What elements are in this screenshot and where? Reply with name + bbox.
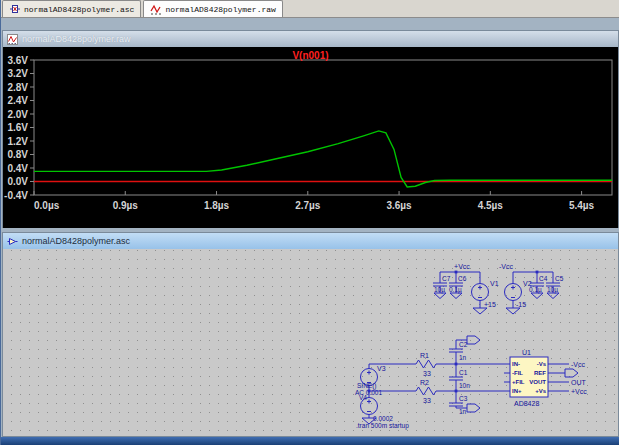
port-flag-icon[interactable] — [467, 404, 480, 412]
waveform-window-title: normalAD8428polymer.raw — [22, 34, 131, 44]
y-tick-label: 0.4V — [7, 163, 28, 174]
component-name: C2 — [459, 341, 468, 348]
trace-legend-label[interactable]: V(n001) — [3, 50, 618, 61]
window-bottom-bar — [1, 437, 619, 445]
schematic-window-titlebar[interactable]: normalAD8428polymer.asc — [3, 233, 618, 249]
component-value: 33 — [423, 370, 431, 377]
net-label-vcc-negative[interactable]: -Vcc — [499, 263, 514, 270]
schematic-canvas[interactable]: +Vcc -Vcc V1 +15 — [3, 249, 618, 436]
schematic-svg: +Vcc -Vcc V1 +15 — [3, 249, 619, 438]
port-flag-icon[interactable] — [565, 369, 578, 377]
waveform-file-icon — [150, 3, 162, 15]
y-tick-label: 2.4V — [7, 95, 28, 106]
component-value: -15 — [516, 301, 526, 308]
voltage-source-v2[interactable]: V2 -15 — [505, 272, 532, 308]
x-tick-label: 0.0µs — [34, 200, 60, 211]
wire-junction — [455, 390, 458, 393]
y-tick-label: -0.4V — [4, 190, 28, 201]
component-name: U1 — [522, 349, 531, 356]
waveform-window: normalAD8428polymer.raw V(n001) 3.6V3.2V… — [2, 30, 619, 228]
waveform-window-titlebar[interactable]: normalAD8428polymer.raw — [3, 31, 618, 47]
pin-label: VOUT — [529, 379, 546, 385]
schematic-window-icon — [7, 236, 18, 247]
trace-unlabeled-green-trace[interactable] — [34, 131, 612, 187]
component-value: 33 — [423, 397, 431, 404]
component-name: V1 — [490, 280, 499, 287]
pin-label: -Vs — [537, 361, 547, 367]
pin-label: REF — [534, 370, 546, 376]
spice-directive[interactable]: .tran 500m startup — [356, 422, 409, 430]
schematic-file-icon — [9, 3, 21, 15]
y-tick-label: 3.2V — [7, 68, 28, 79]
y-tick-label: 2.0V — [7, 109, 28, 120]
x-tick-label: 2.7µs — [295, 200, 321, 211]
input-source-section: V3 SINE() AC 0.001 V4 0.0002 .tran 500m … — [355, 364, 409, 430]
net-label-vcc-positive[interactable]: +Vcc — [454, 263, 470, 270]
x-tick-label: 3.6µs — [386, 200, 412, 211]
capacitor-c3[interactable]: C3 1n — [449, 395, 468, 415]
tab-schematic-file[interactable]: normalAD8428polymer.asc — [2, 0, 141, 17]
capacitor-c2[interactable]: C2 1n — [449, 341, 468, 361]
port-flag-icon[interactable] — [467, 336, 480, 344]
wire-junction — [368, 390, 371, 393]
document-tab-bar: normalAD8428polymer.asc normalAD8428poly… — [1, 0, 619, 18]
ground-icon[interactable] — [547, 293, 559, 299]
y-tick-label: 1.6V — [7, 122, 28, 133]
x-tick-label: 4.5µs — [478, 200, 504, 211]
pin-label: +Vs — [535, 388, 547, 394]
ic-u1-ad8428[interactable]: U1 AD8428 IN- -FIL +FIL IN+ -Vs REF VOUT… — [504, 349, 569, 407]
y-tick-label: 1.2V — [7, 136, 28, 147]
tab-label: normalAD8428polymer.raw — [165, 5, 275, 14]
waveform-plot-area[interactable]: V(n001) 3.6V3.2V2.8V2.4V2.0V1.6V1.2V0.8V… — [3, 47, 618, 228]
y-tick-label: 0.8V — [7, 149, 28, 160]
resistor-r1[interactable]: R1 33 — [416, 352, 436, 377]
component-name: C5 — [555, 275, 564, 282]
component-name: C7 — [442, 275, 451, 282]
signal-network: R1 33 R2 33 C2 — [368, 336, 510, 415]
component-name: C1 — [459, 369, 468, 376]
port-label-out[interactable]: OUT — [571, 379, 587, 386]
pin-label: IN- — [512, 361, 520, 367]
component-value: +15 — [484, 301, 496, 308]
waveform-plot-svg[interactable]: 3.6V3.2V2.8V2.4V2.0V1.6V1.2V0.8V0.4V0.0V… — [3, 47, 618, 228]
capacitor-c1[interactable]: C1 10n — [449, 369, 470, 389]
component-name: C3 — [459, 395, 468, 402]
x-tick-label: 0.9µs — [113, 200, 139, 211]
pin-label: -FIL — [512, 370, 523, 376]
pin-label: IN+ — [512, 388, 522, 394]
ground-icon[interactable] — [506, 308, 520, 314]
component-value: 1n — [459, 408, 467, 415]
capacitor-c4[interactable]: C4 0.1µ — [529, 272, 548, 294]
y-tick-label: 2.8V — [7, 82, 28, 93]
schematic-window: normalAD8428polymer.asc +Vcc -Vcc V1 — [2, 232, 619, 437]
ground-icon[interactable] — [450, 293, 462, 299]
ground-icon[interactable] — [531, 293, 543, 299]
voltage-source-v3[interactable]: V3 SINE() AC 0.001 — [355, 364, 386, 398]
y-tick-label: 0.0V — [7, 176, 28, 187]
component-part: AD8428 — [514, 400, 539, 407]
component-name: V4 — [359, 394, 367, 401]
resistor-r2[interactable]: R2 33 — [416, 379, 436, 404]
component-name: C4 — [539, 275, 548, 282]
x-tick-label: 5.4µs — [569, 200, 595, 211]
net-label-vcc-negative[interactable]: -Vcc — [571, 361, 586, 368]
ground-icon[interactable] — [473, 308, 487, 314]
capacitor-c6[interactable]: C6 0.1µ — [449, 272, 467, 294]
tab-label: normalAD8428polymer.asc — [24, 5, 134, 14]
component-name: V3 — [377, 365, 386, 372]
schematic-window-title: normalAD8428polymer.asc — [22, 236, 130, 246]
component-value: 10n — [459, 382, 470, 389]
power-supply-section: +Vcc -Vcc V1 +15 — [433, 263, 564, 314]
ltspice-application: normalAD8428polymer.asc normalAD8428poly… — [0, 0, 619, 445]
waveform-window-icon — [7, 34, 18, 45]
capacitor-c5[interactable]: C5 10µ — [546, 272, 564, 294]
plot-border — [34, 60, 612, 195]
tab-waveform-file[interactable]: normalAD8428polymer.raw — [143, 0, 282, 17]
voltage-source-v1[interactable]: V1 +15 — [472, 272, 499, 308]
wire-junction — [455, 363, 458, 366]
component-name: R2 — [420, 379, 429, 386]
component-value: 1n — [459, 354, 467, 361]
pin-label: +FIL — [512, 379, 525, 385]
ground-icon[interactable] — [434, 293, 446, 299]
net-label-vcc-positive[interactable]: +Vcc — [571, 388, 587, 395]
